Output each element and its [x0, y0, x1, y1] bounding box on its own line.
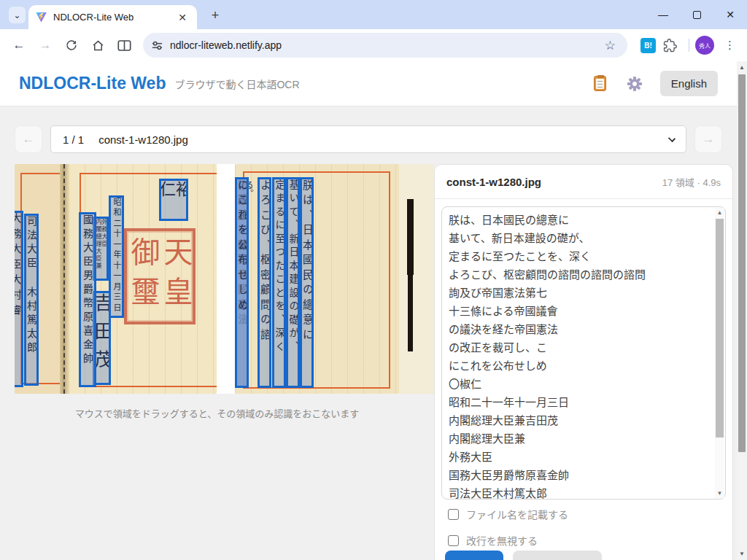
checkbox[interactable]	[448, 535, 459, 546]
url-bar[interactable]: ndlocr-liteweb.netlify.app ☆	[143, 33, 627, 58]
drag-hint-caption: マウスで領域をドラッグすると、その領域のみ認識をおこないます	[15, 406, 419, 420]
results-header: const-1-w1280.jpg 17 領域 · 4.9s	[435, 165, 732, 199]
ocr-text-area[interactable]: 朕は、日本國民の總意に 基いて、新日本建設の礎が、 定まるに至つたことを、深く …	[441, 206, 726, 499]
ocr-text-line: 昭和二十一年十一月三日	[449, 393, 703, 411]
scroll-down-icon[interactable]: ▼	[715, 490, 724, 497]
extensions-button[interactable]	[663, 39, 677, 52]
url-text[interactable]: ndlocr-liteweb.netlify.app	[170, 39, 602, 51]
window-close-button[interactable]: ✕	[713, 0, 747, 29]
browser-tab[interactable]: NDLOCR-Lite Web ✕	[28, 5, 197, 29]
textarea-scrollbar[interactable]: ▲ ▼	[715, 208, 724, 498]
hatena-extension-icon[interactable]: B!	[640, 38, 656, 53]
tab-chevron-icon[interactable]: ⌄	[9, 7, 26, 23]
ocr-text-line: 司法大臣木村篤太郎	[449, 484, 703, 499]
chevron-down-icon	[668, 135, 676, 142]
ocr-text-line: 国務大臣男爵幣原喜金帥	[449, 466, 703, 484]
prev-file-button[interactable]: ←	[15, 125, 42, 153]
textarea-scrollbar-thumb[interactable]	[716, 219, 724, 438]
file-select[interactable]: 1 / 1 const-1-w1280.jpg	[50, 125, 686, 153]
ocr-text-line: にこれを公布せしめ	[449, 357, 703, 375]
forward-button[interactable]: →	[35, 35, 55, 55]
ocr-region-partial[interactable]: 大務大臣大村睿	[15, 211, 23, 387]
browser-toolbar: ← → ndlocr-liteweb.netlify.app ☆	[0, 29, 747, 61]
scanned-document[interactable]: 天皇 御璽 裕仁 昭和二十一年十一月三日 内閣總理大臣兼 外務大臣 吉田茂 國	[15, 164, 419, 394]
action-buttons: コピー ダウンロード	[445, 551, 602, 560]
clipboard-icon[interactable]	[594, 76, 606, 91]
vite-logo-icon	[36, 12, 47, 23]
language-toggle-button[interactable]: English	[660, 71, 718, 96]
ocr-region-column[interactable]: にこれを公布せしめ	[235, 177, 249, 388]
app-header: NDLOCR-Lite Web ブラウザで動く日本語OCR English	[0, 61, 737, 106]
app-title: NDLOCR-Lite Web	[19, 74, 166, 93]
maximize-icon	[693, 11, 701, 19]
browser-titlebar: ⌄ NDLOCR-Lite Web ✕ + — ✕	[0, 0, 747, 29]
page-scroll-up-icon[interactable]: ▲	[737, 64, 747, 71]
ocr-text-line: 十三條による帝國議會	[449, 302, 703, 320]
copy-button[interactable]: コピー	[445, 551, 503, 560]
tab-title: NDLOCR-Lite Web	[53, 12, 175, 23]
ocr-text-line: の議決を経た帝国憲法	[449, 320, 703, 338]
home-button[interactable]	[88, 35, 108, 55]
next-file-button[interactable]: →	[694, 125, 722, 153]
page-scroll-down-icon[interactable]: ▼	[737, 551, 747, 557]
site-settings-icon[interactable]	[152, 40, 163, 51]
page-scrollbar[interactable]: ▲ ▼	[737, 61, 747, 560]
ocr-text-line: 定まるに至つたことを、深く	[449, 247, 703, 265]
ocr-region-column[interactable]: 定まるに至つたことを、深く	[272, 177, 286, 388]
option-label: 改行を無視する	[466, 533, 538, 548]
document-viewer: 天皇 御璽 裕仁 昭和二十一年十一月三日 内閣總理大臣兼 外務大臣 吉田茂 國	[15, 164, 419, 420]
ocr-region-signature[interactable]: 裕仁	[159, 179, 188, 221]
right-page-edge	[399, 164, 434, 394]
new-tab-button[interactable]: +	[206, 7, 224, 24]
reload-button[interactable]	[61, 35, 82, 55]
scroll-up-icon[interactable]: ▲	[715, 209, 724, 216]
ocr-text-line: よろこび、枢密顧問の諮問の諮問の諮問	[449, 265, 703, 284]
profile-avatar[interactable]: 秀人	[695, 36, 714, 55]
ocr-text-line: 朕は、日本國民の總意に	[449, 211, 703, 229]
maximize-button[interactable]	[680, 0, 713, 29]
option-row[interactable]: ファイル名を記載する	[448, 506, 719, 522]
browser-menu-button[interactable]: ⋮	[721, 39, 738, 52]
document-page-left[interactable]: 天皇 御璽 裕仁 昭和二十一年十一月三日 内閣總理大臣兼 外務大臣 吉田茂 國	[15, 164, 217, 394]
side-panel-icon	[117, 39, 131, 52]
option-label: ファイル名を記載する	[466, 507, 568, 521]
page-indicator: 1 / 1	[63, 133, 84, 146]
ocr-text-line: 内閣総理大臣兼吉田茂	[449, 411, 703, 429]
tab-close-icon[interactable]: ✕	[175, 12, 190, 23]
document-page-right[interactable]: る。 朕は、日本國民の總意に 基いて、新日本建設の礎が、 定まるに至つたことを、…	[235, 164, 434, 394]
results-stats: 17 領域 · 4.9s	[662, 175, 721, 189]
ocr-region-column[interactable]: 朕は、日本國民の總意に	[300, 177, 314, 388]
checkbox[interactable]	[448, 509, 459, 520]
download-button[interactable]: ダウンロード	[513, 551, 602, 560]
settings-gear-icon[interactable]	[627, 76, 643, 92]
back-button[interactable]: ←	[9, 35, 29, 55]
ocr-text-line: 詢及び帝国憲法第七	[449, 284, 703, 302]
option-row[interactable]: 改行を無視する	[448, 532, 719, 548]
puzzle-icon	[663, 39, 677, 52]
page-scrollbar-thumb[interactable]	[738, 74, 746, 452]
window-controls: — ✕	[646, 0, 747, 29]
binding-mark	[407, 199, 414, 275]
results-panel: const-1-w1280.jpg 17 領域 · 4.9s 朕は、日本國民の總…	[434, 164, 733, 560]
results-filename: const-1-w1280.jpg	[446, 176, 662, 188]
reload-icon	[65, 39, 78, 52]
ocr-text-line: 〇椒仁	[449, 375, 703, 393]
app-subtitle: ブラウザで動く日本語OCR	[174, 77, 593, 91]
ocr-region-column[interactable]: 基いて、新日本建設の礎が、	[286, 177, 300, 388]
selected-filename: const-1-w1280.jpg	[98, 133, 188, 146]
ocr-region-kokumu[interactable]: 國務大臣男爵幣原喜金帥	[79, 212, 96, 387]
bookmark-star-icon[interactable]: ☆	[602, 38, 619, 53]
toolbar-separator	[689, 39, 689, 52]
minimize-button[interactable]: —	[646, 0, 680, 29]
home-icon	[91, 39, 105, 52]
ocr-region-date[interactable]: 昭和二十一年十一月三日	[109, 195, 124, 318]
side-panel-button[interactable]	[114, 35, 134, 55]
binding-stitch	[63, 164, 65, 394]
binding-mark-lower	[408, 275, 413, 351]
ocr-region-shiho[interactable]: 司法大臣 木村篤太郎	[24, 214, 39, 386]
ocr-region-column[interactable]: よろこび、枢密顧問の諮	[258, 177, 271, 388]
ocr-text-line: 内閣総理大臣兼	[449, 429, 703, 448]
ocr-text-line: 外務大臣	[449, 448, 703, 466]
file-navigation: ← 1 / 1 const-1-w1280.jpg →	[15, 125, 722, 153]
ocr-text-line: の改正を裁可し、こ	[449, 338, 703, 357]
